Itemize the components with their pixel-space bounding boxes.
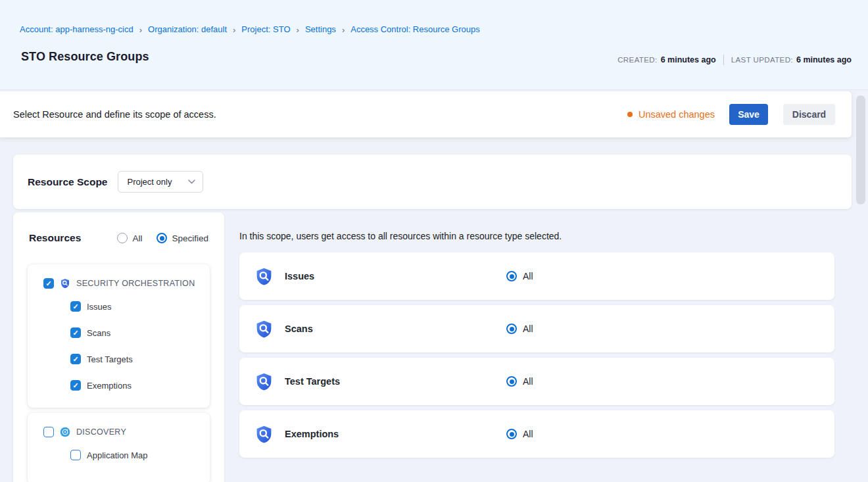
radio-checked-icon bbox=[506, 271, 517, 281]
unsaved-changes-label: Unsaved changes bbox=[639, 109, 715, 120]
exemptions-label: Exemptions bbox=[87, 381, 132, 391]
chevron-right-icon: › bbox=[233, 25, 235, 34]
discard-button[interactable]: Discard bbox=[783, 104, 835, 125]
scans-label: Scans bbox=[87, 328, 110, 338]
resource-row-scans: Scans All bbox=[239, 305, 834, 352]
breadcrumb-account[interactable]: Account: app-harness-ng-cicd bbox=[20, 24, 133, 34]
resource-scope-selected-value: Project only bbox=[127, 177, 172, 187]
issues-label: Issues bbox=[87, 302, 112, 312]
radio-specified[interactable]: Specified bbox=[157, 233, 208, 243]
resource-item-issues[interactable]: Issues bbox=[70, 293, 203, 320]
discovery-checkbox[interactable] bbox=[43, 427, 54, 437]
issues-access-radio[interactable]: All bbox=[506, 271, 533, 281]
exemptions-access-radio[interactable]: All bbox=[506, 429, 533, 439]
exemptions-checkbox[interactable] bbox=[70, 380, 81, 391]
breadcrumb-access-control[interactable]: Access Control: Resource Groups bbox=[350, 24, 480, 34]
sto-shield-icon bbox=[254, 425, 274, 444]
last-updated-value: 6 minutes ago bbox=[796, 55, 852, 64]
resource-row-exemptions: Exemptions All bbox=[239, 410, 834, 458]
resources-panel-title: Resources bbox=[29, 232, 117, 244]
resource-item-test-targets[interactable]: Test Targets bbox=[70, 346, 203, 372]
page-title: STO Resource Groups bbox=[21, 50, 149, 64]
sto-shield-icon bbox=[254, 320, 274, 339]
group-name: SECURITY ORCHESTRATION bbox=[76, 279, 195, 288]
sto-shield-icon bbox=[254, 267, 274, 286]
row-title: Scans bbox=[285, 324, 313, 334]
security-orchestration-checkbox[interactable] bbox=[43, 278, 54, 289]
created-label: CREATED: bbox=[617, 56, 658, 64]
resource-item-application-map[interactable]: Application Map bbox=[70, 442, 203, 468]
test-targets-checkbox[interactable] bbox=[70, 354, 81, 364]
breadcrumb-settings[interactable]: Settings bbox=[305, 24, 336, 34]
row-title: Issues bbox=[285, 271, 314, 281]
resources-panel: Resources All Specified SECURITY ORCHEST… bbox=[13, 212, 224, 482]
chevron-right-icon: › bbox=[297, 25, 299, 34]
access-label: All bbox=[523, 324, 533, 334]
save-button[interactable]: Save bbox=[729, 104, 768, 125]
created-updated-meta: CREATED: 6 minutes ago LAST UPDATED: 6 m… bbox=[617, 55, 852, 65]
application-map-label: Application Map bbox=[87, 450, 148, 460]
group-discovery-header[interactable]: DISCOVERY bbox=[43, 427, 203, 437]
sto-shield-icon bbox=[60, 278, 70, 289]
radio-checked-icon bbox=[506, 376, 517, 387]
group-discovery: DISCOVERY Application Map bbox=[28, 413, 210, 482]
radio-specified-icon bbox=[157, 233, 167, 243]
test-targets-access-radio[interactable]: All bbox=[506, 376, 533, 387]
group-security-orchestration: SECURITY ORCHESTRATION Issues Scans Test… bbox=[28, 264, 210, 408]
chevron-right-icon: › bbox=[342, 25, 345, 34]
page-header: Account: app-harness-ng-cicd › Organizat… bbox=[0, 0, 868, 90]
access-label: All bbox=[523, 376, 533, 387]
discovery-icon bbox=[60, 427, 70, 437]
scope-description: In this scope, users get access to all r… bbox=[239, 231, 562, 241]
test-targets-label: Test Targets bbox=[87, 354, 133, 364]
row-title: Exemptions bbox=[285, 429, 339, 439]
resource-row-issues: Issues All bbox=[239, 253, 834, 300]
radio-specified-label: Specified bbox=[172, 233, 208, 243]
sto-shield-icon bbox=[254, 372, 274, 391]
resource-row-test-targets: Test Targets All bbox=[239, 358, 834, 405]
radio-all[interactable]: All bbox=[117, 233, 142, 243]
unsaved-changes-dot-icon bbox=[627, 112, 633, 117]
breadcrumb-organization[interactable]: Organization: default bbox=[148, 24, 227, 34]
radio-checked-icon bbox=[506, 324, 517, 334]
toolbar-description: Select Resource and define its scope of … bbox=[13, 109, 216, 120]
chevron-down-icon bbox=[188, 180, 195, 184]
group-name: DISCOVERY bbox=[76, 427, 126, 437]
breadcrumb-project[interactable]: Project: STO bbox=[241, 24, 290, 34]
radio-all-label: All bbox=[132, 233, 142, 243]
breadcrumb: Account: app-harness-ng-cicd › Organizat… bbox=[20, 24, 480, 34]
resource-scope-dropdown[interactable]: Project only bbox=[118, 171, 203, 193]
last-updated-label: LAST UPDATED: bbox=[731, 56, 793, 64]
row-title: Test Targets bbox=[285, 376, 340, 387]
radio-checked-icon bbox=[506, 429, 517, 439]
toolbar: Select Resource and define its scope of … bbox=[0, 91, 852, 137]
radio-all-icon bbox=[117, 233, 128, 243]
chevron-right-icon: › bbox=[139, 25, 142, 34]
resource-scope-label: Resource Scope bbox=[28, 176, 107, 188]
vertical-scrollbar-thumb[interactable] bbox=[856, 95, 865, 205]
meta-divider bbox=[723, 55, 724, 65]
created-value: 6 minutes ago bbox=[661, 55, 716, 64]
resource-item-exemptions[interactable]: Exemptions bbox=[70, 372, 203, 398]
access-label: All bbox=[523, 271, 533, 281]
scans-checkbox[interactable] bbox=[70, 327, 81, 338]
issues-checkbox[interactable] bbox=[70, 301, 81, 312]
resource-item-scans[interactable]: Scans bbox=[70, 320, 203, 346]
resource-scope-card: Resource Scope Project only bbox=[13, 155, 852, 209]
scans-access-radio[interactable]: All bbox=[506, 324, 533, 334]
group-security-orchestration-header[interactable]: SECURITY ORCHESTRATION bbox=[43, 278, 203, 289]
access-label: All bbox=[523, 429, 533, 439]
application-map-checkbox[interactable] bbox=[70, 450, 81, 460]
